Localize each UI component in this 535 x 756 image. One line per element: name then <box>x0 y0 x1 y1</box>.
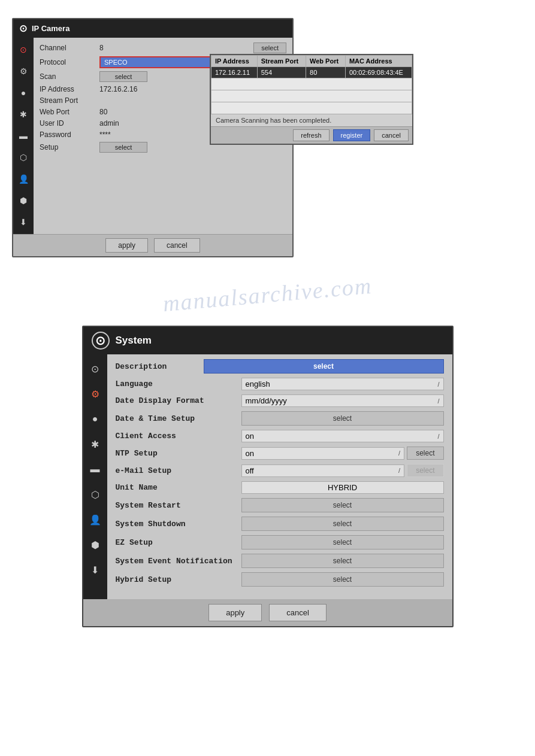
ntp-value-area: on / select <box>241 447 444 460</box>
sidebar-tools-icon[interactable]: ✱ <box>15 106 32 123</box>
scan-web-cell: 80 <box>306 67 346 78</box>
camera-icon: ⊙ <box>19 23 27 34</box>
description-select-button[interactable]: select <box>204 359 444 374</box>
sidebar-display-icon[interactable]: ▬ <box>15 127 32 144</box>
system-panel: ⊙ System ⊙ ⚙ ● ✱ ▬ ⬡ 👤 ⬢ ⬇ Description <box>82 326 454 627</box>
ip-camera-titlebar: ⊙ IP Camera <box>13 19 292 38</box>
ntp-slash-icon: / <box>398 450 400 457</box>
date-format-row: Date Display Format mm/dd/yyyy / <box>116 394 444 407</box>
system-sidebar-storage[interactable]: ⬢ <box>86 535 105 554</box>
ntp-select-button[interactable]: select <box>407 447 443 460</box>
password-label: Password <box>40 130 99 139</box>
system-shutdown-row: System Shutdown select <box>116 517 444 531</box>
system-shutdown-label: System Shutdown <box>116 520 241 529</box>
empty-row-2 <box>211 90 412 102</box>
datetime-row: Date & Time Setup select <box>116 411 444 426</box>
unit-name-value-field: HYBRID <box>241 481 444 494</box>
ip-camera-footer: apply cancel <box>13 234 292 256</box>
scan-select-button[interactable]: select <box>99 71 147 82</box>
bottom-section: ⊙ System ⊙ ⚙ ● ✱ ▬ ⬡ 👤 ⬢ ⬇ Description <box>12 326 523 627</box>
hybrid-setup-label: Hybrid Setup <box>116 575 241 584</box>
date-format-slash-icon: / <box>437 397 439 405</box>
language-label: Language <box>116 379 241 388</box>
sidebar-settings-icon[interactable]: ⚙ <box>15 63 32 80</box>
table-row[interactable]: 172.16.2.11 554 80 00:02:69:08:43:4E <box>211 67 412 78</box>
datetime-select-button[interactable]: select <box>241 411 444 426</box>
ntp-value-field[interactable]: on / <box>241 447 405 460</box>
ntp-label: NTP Setup <box>116 449 241 458</box>
system-restart-row: System Restart select <box>116 498 444 512</box>
description-label: Description <box>116 362 204 371</box>
system-sidebar-display[interactable]: ▬ <box>86 460 105 479</box>
system-restart-button[interactable]: select <box>241 498 444 512</box>
system-sidebar-network[interactable]: ⬡ <box>86 485 105 504</box>
sidebar-record-icon[interactable]: ● <box>15 84 32 101</box>
scan-label: Scan <box>40 72 99 81</box>
protocol-label: Protocol <box>40 58 99 66</box>
email-value: off <box>246 466 254 475</box>
email-row: e-Mail Setup off / select <box>116 464 444 477</box>
scan-col-web: Web Port <box>306 56 346 67</box>
ip-camera-apply-button[interactable]: apply <box>105 238 148 253</box>
channel-select-button[interactable]: select <box>253 42 286 53</box>
channel-row: Channel 8 select <box>40 42 286 53</box>
scan-col-mac: MAC Address <box>345 56 412 67</box>
sidebar-camera-icon[interactable]: ⊙ <box>15 41 32 58</box>
system-sidebar-camera[interactable]: ⊙ <box>86 359 105 378</box>
description-row: Description select <box>116 359 444 374</box>
hybrid-setup-button[interactable]: select <box>241 572 444 587</box>
email-label: e-Mail Setup <box>116 466 241 475</box>
email-select-button[interactable]: select <box>407 464 443 477</box>
unit-name-value: HYBRID <box>328 483 357 492</box>
scan-ip-cell: 172.16.2.11 <box>211 67 258 78</box>
client-access-value-field[interactable]: on / <box>241 430 444 442</box>
sidebar-users-icon[interactable]: 👤 <box>15 171 32 187</box>
unit-name-label: Unit Name <box>116 483 241 492</box>
email-slash-icon: / <box>398 467 400 474</box>
stream-port-label: Stream Port <box>40 96 99 105</box>
email-value-area: off / select <box>241 464 444 477</box>
channel-value: 8 <box>99 44 253 52</box>
refresh-button[interactable]: refresh <box>293 129 329 141</box>
system-sidebar-tools[interactable]: ✱ <box>86 435 105 454</box>
ez-setup-button[interactable]: select <box>241 535 444 549</box>
scan-status-text: Camera Scanning has been completed. <box>211 114 412 126</box>
system-apply-button[interactable]: apply <box>208 604 262 621</box>
watermark: manualsarchive.com <box>12 259 524 330</box>
sidebar-download-icon[interactable]: ⬇ <box>15 214 32 230</box>
scan-footer: refresh register cancel <box>211 126 412 144</box>
system-body: ⊙ ⚙ ● ✱ ▬ ⬡ 👤 ⬢ ⬇ Description select <box>83 354 452 599</box>
empty-row-3 <box>211 102 412 114</box>
scan-cancel-button[interactable]: cancel <box>374 129 409 141</box>
system-camera-icon: ⊙ <box>92 332 110 350</box>
email-value-field[interactable]: off / <box>241 464 405 477</box>
system-shutdown-button[interactable]: select <box>241 517 444 531</box>
ip-camera-cancel-button[interactable]: cancel <box>154 238 200 253</box>
system-sidebar-download[interactable]: ⬇ <box>86 560 105 579</box>
system-cancel-button[interactable]: cancel <box>269 604 327 621</box>
sidebar-storage-icon[interactable]: ⬢ <box>15 192 32 209</box>
system-sidebar-settings[interactable]: ⚙ <box>86 384 105 403</box>
sidebar-network-icon[interactable]: ⬡ <box>15 149 32 166</box>
register-button[interactable]: register <box>333 129 371 141</box>
system-footer: apply cancel <box>83 599 452 626</box>
top-sidebar: ⊙ ⚙ ● ✱ ▬ ⬡ 👤 ⬢ ⬇ <box>13 38 34 234</box>
ez-setup-label: EZ Setup <box>116 538 241 547</box>
web-port-label: Web Port <box>40 108 99 116</box>
system-sidebar-record[interactable]: ● <box>86 409 105 429</box>
event-notification-row: System Event Notification select <box>116 554 444 568</box>
system-sidebar-users[interactable]: 👤 <box>86 510 105 529</box>
language-value-field[interactable]: english / <box>241 378 444 390</box>
system-restart-label: System Restart <box>116 501 241 510</box>
system-sidebar: ⊙ ⚙ ● ✱ ▬ ⬡ 👤 ⬢ ⬇ <box>83 354 107 599</box>
top-section: ⊙ IP Camera ⊙ ⚙ ● ✱ ▬ ⬡ 👤 ⬢ ⬇ Channel <box>12 18 523 257</box>
system-titlebar: ⊙ System <box>83 327 452 354</box>
client-access-value: on <box>246 432 254 441</box>
ip-camera-title: IP Camera <box>32 24 69 33</box>
setup-select-button[interactable]: select <box>99 142 147 153</box>
date-format-value-field[interactable]: mm/dd/yyyy / <box>241 394 444 407</box>
ntp-value: on <box>246 449 254 458</box>
scan-col-stream: Stream Port <box>257 56 306 67</box>
event-notification-button[interactable]: select <box>241 554 444 568</box>
scan-table-header: IP Address Stream Port Web Port MAC Addr… <box>211 56 412 67</box>
